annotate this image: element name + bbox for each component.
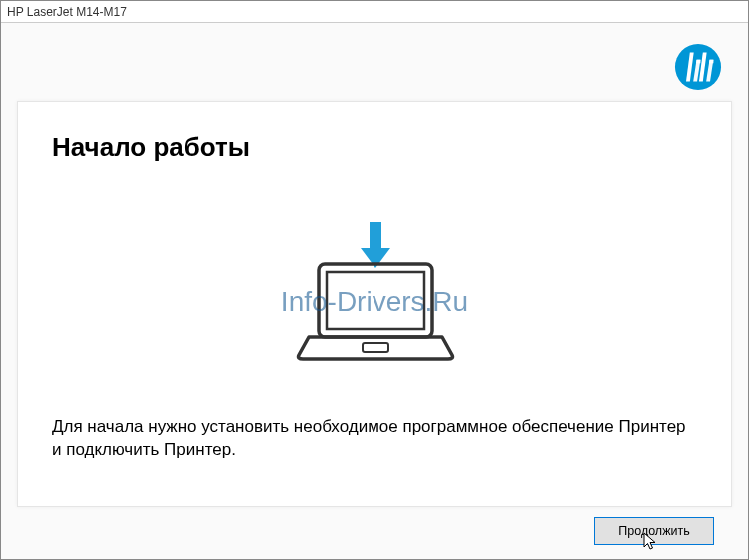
button-row: Продолжить [17,507,732,559]
illustration: Info-Drivers.Ru [52,183,697,406]
continue-button-label: Продолжить [618,524,689,538]
window-title: HP LaserJet M14-M17 [7,5,127,19]
logo-row [17,39,732,101]
svg-rect-5 [327,272,424,329]
hp-logo-icon [674,43,722,91]
svg-rect-2 [370,222,381,248]
laptop-download-icon [275,220,474,369]
svg-rect-6 [363,343,388,352]
content-area: Начало работы Info-Drivers.Ru [1,23,748,559]
page-title: Начало работы [52,132,697,163]
main-card: Начало работы Info-Drivers.Ru [17,101,732,507]
continue-button[interactable]: Продолжить [594,517,714,545]
titlebar[interactable]: HP LaserJet M14-M17 [1,1,748,23]
svg-rect-4 [319,264,432,337]
installer-window: HP LaserJet M14-M17 [0,0,749,560]
description-text: Для начала нужно установить необходимое … [52,416,697,462]
